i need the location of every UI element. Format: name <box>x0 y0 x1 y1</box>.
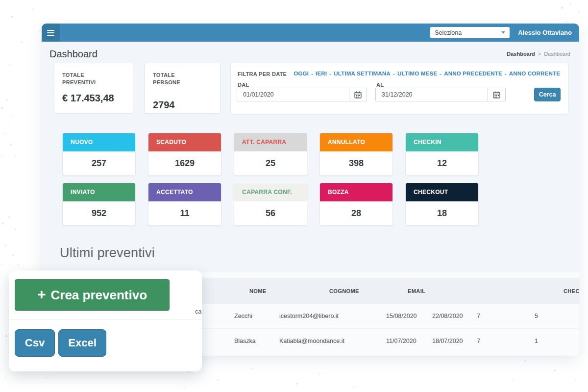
page-head: Dashboard Dashboard > Dashboard <box>49 46 570 62</box>
cell-date-checkout: 18/07/2020 <box>432 329 463 353</box>
status-tile-label: NUOVO <box>63 133 135 151</box>
cell-email: Katiabla@moondance.it <box>279 329 344 353</box>
total-people-label: TOTALE PERSONE <box>153 72 212 87</box>
breadcrumb-separator: > <box>538 51 541 57</box>
cell-date-checkout: 22/08/2020 <box>432 304 463 328</box>
status-tile-value: 56 <box>234 201 307 225</box>
calendar-icon <box>493 91 500 98</box>
date-from-group <box>237 88 367 101</box>
cell-name-fragment: ca <box>195 308 201 315</box>
period-select[interactable]: Seleziona <box>430 27 510 38</box>
status-tile-caparra-conf[interactable]: CAPARRA CONF. 56 <box>234 183 307 226</box>
total-people-value: 2794 <box>153 99 212 111</box>
status-tile-checkout[interactable]: CHECKOUT 18 <box>405 183 479 226</box>
status-tile-inviato[interactable]: INVIATO 952 <box>62 183 136 226</box>
total-people-card: TOTALE PERSONE 2794 <box>145 63 220 114</box>
status-tile-checkin[interactable]: CHECKIN 12 <box>405 133 479 176</box>
cell-people: 5 <box>535 304 538 328</box>
status-tile-label: SCADUTO <box>148 133 221 151</box>
status-tile-label: CAPARRA CONF. <box>234 183 307 201</box>
cell-nights: 7 <box>477 329 480 353</box>
status-tile-value: 952 <box>63 201 135 225</box>
status-tile-value: 18 <box>406 201 478 225</box>
search-button[interactable]: Cerca <box>534 88 561 101</box>
decor-left-mid <box>0 93 18 167</box>
cell-surname: Zecchi <box>234 304 252 328</box>
cell-email: icestorm204@libero.it <box>279 304 339 328</box>
export-csv-button[interactable]: Csv <box>15 329 55 357</box>
status-tile-value: 28 <box>320 201 392 225</box>
cell-date-checkin: 15/08/2020 <box>386 304 417 328</box>
status-tile-value: 1629 <box>148 151 221 175</box>
status-tiles-grid: NUOVO 257 SCADUTO 1629 ATT. CAPARRA 25 A… <box>62 133 479 226</box>
column-header-checkin: CHECKIN <box>564 278 579 304</box>
link-ieri[interactable]: IERI <box>316 71 327 76</box>
status-tile-label: ACCETTATO <box>148 183 221 201</box>
actions-overlay-card: + Crea preventivo Csv Excel <box>9 270 202 371</box>
status-tile-value: 257 <box>63 151 135 175</box>
link-separator: - <box>329 71 331 76</box>
total-quotes-value: € 17.453,48 <box>62 93 125 104</box>
status-tile-label: INVIATO <box>63 183 135 201</box>
status-tile-accettato[interactable]: ACCETTATO 11 <box>148 183 221 226</box>
status-tile-scaduto[interactable]: SCADUTO 1629 <box>148 133 221 176</box>
date-to-label: AL <box>376 82 384 88</box>
period-select-value: Seleziona <box>435 29 462 36</box>
link-separator: - <box>311 71 313 76</box>
cell-people: 1 <box>535 329 538 353</box>
breadcrumb-current: Dashboard <box>544 51 570 57</box>
calendar-icon <box>354 91 362 98</box>
status-tile-value: 12 <box>406 151 478 175</box>
export-excel-button[interactable]: Excel <box>58 329 106 357</box>
date-to-group <box>375 88 506 101</box>
status-tile-label: CHECKIN <box>406 133 478 151</box>
status-tile-label: ANNULLATO <box>320 133 392 151</box>
latest-quotes-title: Ultimi preventivi <box>60 245 155 261</box>
hamburger-icon <box>47 30 54 31</box>
status-tile-label: ATT. CAPARRA <box>234 133 307 151</box>
total-quotes-card: TOTALE PREVENTIVI € 17.453,48 <box>54 63 133 114</box>
status-tile-bozza[interactable]: BOZZA 28 <box>319 183 393 226</box>
status-tile-label: BOZZA <box>320 183 392 201</box>
user-menu[interactable]: Alessio Ottaviano <box>518 29 572 36</box>
link-ultimo-mese[interactable]: ULTIMO MESE <box>397 71 437 76</box>
column-header-nome: NOME <box>249 278 267 304</box>
date-to-calendar-button[interactable] <box>488 88 506 101</box>
link-anno-precedente[interactable]: ANNO PRECEDENTE <box>444 71 502 76</box>
hamburger-menu-button[interactable] <box>42 24 60 42</box>
total-quotes-label: TOTALE PREVENTIVI <box>62 72 125 87</box>
column-header-cognome: COGNOME <box>329 278 359 304</box>
date-from-label: DAL <box>238 82 249 88</box>
link-oggi[interactable]: OGGI <box>294 71 309 76</box>
date-to-input[interactable] <box>375 88 488 101</box>
link-separator: - <box>505 71 507 76</box>
chevron-down-icon <box>501 31 505 34</box>
link-separator: - <box>393 71 395 76</box>
breadcrumb: Dashboard > Dashboard <box>507 51 570 57</box>
top-navbar: Seleziona Alessio Ottaviano <box>42 24 579 42</box>
status-tile-annullato[interactable]: ANNULLATO 398 <box>319 133 393 176</box>
status-tile-value: 11 <box>148 201 221 225</box>
status-tile-value: 398 <box>320 151 392 175</box>
quick-date-links: OGGI - IERI - ULTIMA SETTIMANA - ULTIMO … <box>294 71 560 76</box>
link-anno-corrente[interactable]: ANNO CORRENTE <box>509 71 560 76</box>
date-from-calendar-button[interactable] <box>349 88 367 101</box>
cell-date-checkin: 11/07/2020 <box>386 329 416 353</box>
status-tile-value: 25 <box>234 151 307 175</box>
breadcrumb-home[interactable]: Dashboard <box>507 51 535 57</box>
date-filter-card: FILTRA PER DATE OGGI - IERI - ULTIMA SET… <box>230 63 568 114</box>
cell-nights: 7 <box>477 304 480 328</box>
create-quote-label: Crea preventivo <box>51 288 147 303</box>
link-separator: - <box>440 71 441 76</box>
status-tile-label: CHECKOUT <box>406 183 478 201</box>
filter-title: FILTRA PER DATE <box>238 71 287 77</box>
status-tile-att-caparra[interactable]: ATT. CAPARRA 25 <box>234 133 307 176</box>
page-title: Dashboard <box>49 49 98 60</box>
overlay-divider <box>9 319 202 319</box>
status-tile-nuovo[interactable]: NUOVO 257 <box>62 133 136 176</box>
plus-icon: + <box>37 286 46 303</box>
decor-left-low <box>0 211 22 274</box>
create-quote-button[interactable]: + Crea preventivo <box>15 279 170 311</box>
link-ultima-settimana[interactable]: ULTIMA SETTIMANA <box>334 71 391 76</box>
date-from-input[interactable] <box>237 88 349 101</box>
